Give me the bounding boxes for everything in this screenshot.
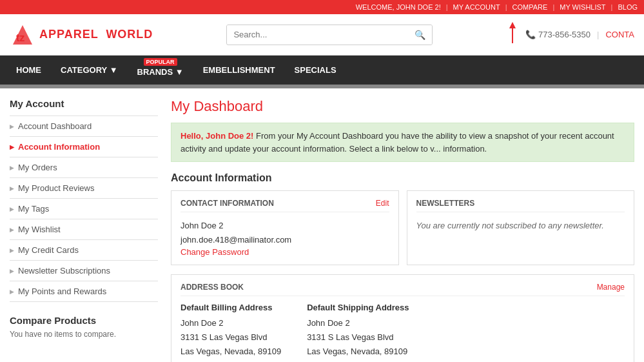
list-item: My Credit Cards <box>10 240 158 261</box>
sidebar-item-points[interactable]: My Points and Rewards <box>10 281 158 301</box>
logo-icon: tz <box>10 22 35 48</box>
billing-name: John Doe 2 <box>181 316 281 330</box>
main-content: My Dashboard Hello, John Doe 2! From you… <box>171 98 634 362</box>
sidebar-item-account-info[interactable]: Account Information <box>10 137 158 157</box>
newsletters-box: NEWSLETTERS You are currently not subscr… <box>407 190 635 265</box>
top-bar: WELCOME, JOHN DOE 2! | MY ACCOUNT | COMP… <box>0 0 644 14</box>
sidebar-item-wishlist[interactable]: My Wishlist <box>10 219 158 239</box>
list-item: My Points and Rewards <box>10 281 158 302</box>
compare-section: Compare Products You have no items to co… <box>10 315 158 339</box>
search-bar[interactable]: 🔍 <box>226 25 433 45</box>
nav-brands[interactable]: POPULAR BRANDS ▼ <box>128 55 193 85</box>
newsletters-header: NEWSLETTERS <box>416 199 625 212</box>
sidebar-title: My Account <box>10 98 158 109</box>
newsletter-msg: You are currently not subscribed to any … <box>416 219 625 233</box>
nav-embellishment[interactable]: EMBELLISHMENT <box>193 57 285 83</box>
shipping-address-col: Default Shipping Address John Doe 2 3131… <box>307 303 409 362</box>
sidebar-item-orders[interactable]: My Orders <box>10 157 158 177</box>
nav-category[interactable]: CATEGORY ▼ <box>51 57 128 83</box>
shipping-title: Default Shipping Address <box>307 303 409 312</box>
logo[interactable]: tz APPAREL WORLD <box>10 22 153 48</box>
arrow-icon <box>506 21 519 46</box>
list-item: Newsletter Subscriptions <box>10 261 158 281</box>
svg-text:tz: tz <box>16 32 24 43</box>
list-item: My Wishlist <box>10 219 158 240</box>
address-book-header: ADDRESS BOOK Manage <box>181 283 625 296</box>
compare-title: Compare Products <box>10 315 158 326</box>
shipping-address2: Las Vegas, Nevada, 89109 <box>307 345 409 359</box>
sidebar-item-tags[interactable]: My Tags <box>10 199 158 219</box>
billing-country: United States <box>181 359 281 362</box>
sidebar-item-reviews[interactable]: My Product Reviews <box>10 178 158 198</box>
contact-info-box: CONTACT INFORMATION Edit John Doe 2 john… <box>171 190 399 265</box>
account-info-heading: Account Information <box>171 172 634 184</box>
user-name: John Doe 2 <box>181 219 389 233</box>
my-account-link[interactable]: MY ACCOUNT <box>453 3 500 11</box>
billing-address2: Las Vegas, Nevada, 89109 <box>181 345 281 359</box>
welcome-prefix: Hello, <box>181 131 206 141</box>
blog-link[interactable]: BLOG <box>618 3 638 11</box>
change-password-link[interactable]: Change Password <box>181 247 249 257</box>
edit-contact-link[interactable]: Edit <box>376 199 389 208</box>
newsletters-label: NEWSLETTERS <box>416 199 475 208</box>
billing-address1: 3131 S Las Vegas Blvd <box>181 330 281 345</box>
address-book-label: ADDRESS BOOK <box>181 283 244 292</box>
search-button[interactable]: 🔍 <box>408 25 432 45</box>
header-right: 📞 773-856-5350 | CONTA <box>506 21 634 48</box>
main-layout: My Account Account Dashboard Account Inf… <box>0 88 644 362</box>
contact-info-label: CONTACT INFORMATION <box>181 199 274 208</box>
list-item: Account Information <box>10 137 158 157</box>
shipping-country: United States <box>307 359 409 362</box>
header: tz APPAREL WORLD 🔍 📞 773-856-5350 | CONT… <box>0 14 644 55</box>
phone-number: 📞 773-856-5350 <box>525 30 590 39</box>
info-grid: CONTACT INFORMATION Edit John Doe 2 john… <box>171 190 634 265</box>
main-nav: HOME CATEGORY ▼ POPULAR BRANDS ▼ EMBELLI… <box>0 55 644 85</box>
user-email: john.doe.418@mailinator.com <box>181 233 389 247</box>
sidebar: My Account Account Dashboard Account Inf… <box>10 98 158 339</box>
popular-badge: POPULAR <box>144 58 177 66</box>
compare-text: You have no items to compare. <box>10 330 158 339</box>
sidebar-menu: Account Dashboard Account Information My… <box>10 116 158 302</box>
manage-address-link[interactable]: Manage <box>597 283 625 292</box>
address-book-box: ADDRESS BOOK Manage Default Billing Addr… <box>171 274 634 362</box>
contact-info-header: CONTACT INFORMATION Edit <box>181 199 389 212</box>
logo-world: WORLD <box>106 28 153 41</box>
list-item: My Orders <box>10 157 158 178</box>
phone-icon: 📞 <box>525 30 536 39</box>
sidebar-item-credit-cards[interactable]: My Credit Cards <box>10 240 158 260</box>
list-item: My Product Reviews <box>10 178 158 199</box>
dashboard-title: My Dashboard <box>171 98 634 115</box>
sidebar-item-newsletter[interactable]: Newsletter Subscriptions <box>10 261 158 281</box>
welcome-name: John Doe 2! <box>206 131 253 141</box>
list-item: My Tags <box>10 199 158 219</box>
billing-title: Default Billing Address <box>181 303 281 312</box>
welcome-text: WELCOME, JOHN DOE 2! <box>356 3 441 11</box>
search-input[interactable] <box>227 25 408 44</box>
contact-link[interactable]: CONTA <box>605 30 634 39</box>
logo-apparel: APPAREL <box>39 28 98 41</box>
nav-home[interactable]: HOME <box>6 57 51 83</box>
billing-address-col: Default Billing Address John Doe 2 3131 … <box>181 303 281 362</box>
arrow-indicator <box>506 21 519 48</box>
welcome-message: Hello, John Doe 2! From your My Account … <box>171 123 634 162</box>
address-grid: Default Billing Address John Doe 2 3131 … <box>181 303 625 362</box>
compare-link[interactable]: COMPARE <box>512 3 548 11</box>
shipping-address1: 3131 S Las Vegas Blvd <box>307 330 409 345</box>
svg-marker-2 <box>509 22 516 28</box>
wishlist-link[interactable]: MY WISHLIST <box>560 3 605 11</box>
search-icon: 🔍 <box>415 30 425 40</box>
shipping-name: John Doe 2 <box>307 316 409 330</box>
logo-text: APPAREL WORLD <box>39 28 153 41</box>
list-item: Account Dashboard <box>10 116 158 137</box>
nav-specials[interactable]: SPECIALS <box>285 57 346 83</box>
sidebar-item-account-dashboard[interactable]: Account Dashboard <box>10 116 158 136</box>
